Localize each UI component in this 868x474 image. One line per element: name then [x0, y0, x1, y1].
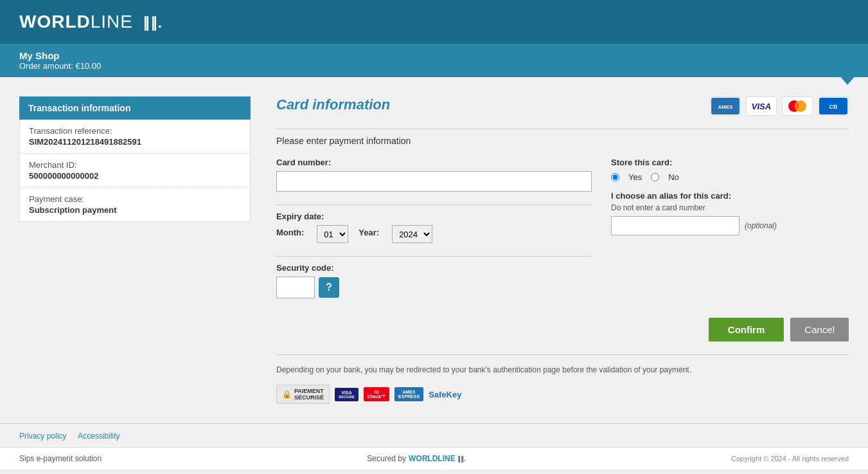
security-code-input[interactable] [276, 277, 315, 298]
alias-hint: Do not enter a card number [611, 203, 849, 212]
card-number-label: Card number: [276, 158, 592, 167]
payment-case-item: Payment case: Subscription payment [20, 188, 250, 221]
security-code-group: Security code: ? [276, 263, 592, 298]
svg-text:CB: CB [829, 104, 838, 110]
month-select[interactable]: 010203040506070809101112 [317, 225, 348, 243]
expiry-row: Month: 010203040506070809101112 Year: 20… [276, 225, 592, 243]
store-card-label: Store this card: [611, 158, 849, 167]
sips-label: Sips e-payment solution [19, 454, 102, 463]
transaction-title: Transaction information [19, 96, 251, 120]
card-info-header: Card information AMEX VISA [276, 96, 849, 116]
privacy-policy-link[interactable]: Privacy policy [19, 432, 66, 441]
mastercard-logo [782, 96, 813, 116]
svg-text:VISA: VISA [752, 102, 771, 111]
merchant-id-item: Merchant ID: 500000000000002 [20, 154, 250, 188]
order-label: Order amount: [19, 61, 73, 71]
transaction-info-box: Transaction reference: SIM20241120121849… [19, 120, 251, 222]
security-label: Security code: [276, 263, 592, 273]
mid-divider [276, 205, 592, 205]
card-panel: Card information AMEX VISA [276, 96, 849, 417]
form-row: Card number: Expiry date: Month: 0102030… [276, 158, 849, 298]
visa-secure-badge: VISA SECURE [335, 388, 359, 401]
transaction-panel: Transaction information Transaction refe… [19, 96, 251, 417]
logo-world: WORLD [19, 12, 91, 32]
alias-row: (optional) [611, 216, 849, 235]
chevron-icon [840, 76, 855, 85]
footer-worldline-logo: WORLDLINE ∥∥. [409, 454, 466, 463]
year-label: Year: [359, 228, 379, 237]
merchant-value: 500000000000002 [29, 171, 241, 181]
main-content: Transaction information Transaction refe… [0, 77, 868, 423]
copyright-text: Copyright © 2024 - All rights reserved [731, 455, 849, 462]
order-amount: Order amount: €10.00 [19, 61, 849, 71]
bottom-notice: Depending on your bank, you may be redir… [276, 364, 849, 376]
please-enter-text: Please enter payment information [276, 136, 849, 146]
store-card-yes-radio[interactable] [611, 173, 619, 181]
transaction-reference-item: Transaction reference: SIM20241120121849… [20, 120, 250, 154]
alias-input[interactable] [611, 216, 740, 235]
store-card-no-radio[interactable] [651, 173, 659, 181]
confirm-button[interactable]: Confirm [709, 318, 784, 342]
cb-logo: CB [818, 96, 849, 116]
order-value: €10.00 [75, 61, 101, 71]
card-number-input[interactable] [276, 171, 592, 192]
secured-by: Secured by WORLDLINE ∥∥. [367, 454, 465, 463]
alias-label: I choose an alias for this card: [611, 191, 849, 201]
year-select[interactable]: 2024202520262027202820292030203120322033 [392, 225, 432, 243]
security-input-row: ? [276, 277, 592, 298]
paiement-label: PAIEMENTSÉCURISÉ [294, 388, 324, 401]
svg-text:AMEX: AMEX [718, 104, 733, 110]
card-logos: AMEX VISA [710, 96, 849, 116]
lock-icon: 🔒 [282, 390, 292, 399]
footer-bottom: Sips e-payment solution Secured by WORLD… [0, 447, 868, 469]
alias-optional-label: (optional) [745, 221, 777, 230]
expiry-group: Expiry date: Month: 01020304050607080910… [276, 212, 592, 243]
security-badges: 🔒 PAIEMENTSÉCURISÉ VISA SECURE ID Check™… [276, 385, 849, 404]
reference-value: SIM202411201218491882591 [29, 137, 241, 147]
reference-label: Transaction reference: [29, 126, 241, 136]
logo-line: LINE [91, 12, 133, 32]
security-help-button[interactable]: ? [319, 277, 339, 298]
expiry-label: Expiry date: [276, 212, 592, 221]
form-right: Store this card: Yes No I choose an alia… [611, 158, 849, 298]
visa-logo: VISA [746, 96, 777, 116]
store-card-radio-row: Yes No [611, 172, 849, 182]
safekey-badge: SafeKey [429, 390, 461, 399]
merchant-label: Merchant ID: [29, 160, 241, 170]
shop-name: My Shop [19, 50, 849, 61]
amex-safekey-badge-img: AMEX EXPRESS [394, 387, 423, 401]
cb-icon: CB [819, 98, 847, 114]
payment-label: Payment case: [29, 194, 241, 204]
card-info-title: Card information [276, 96, 390, 113]
bottom-divider [276, 354, 849, 355]
top-divider [276, 129, 849, 129]
amex-logo: AMEX [710, 96, 741, 116]
sub-header: My Shop Order amount: €10.00 [0, 44, 868, 77]
form-left: Card number: Expiry date: Month: 0102030… [276, 158, 592, 298]
site-header: WORLDLINE ∥∥. [0, 0, 868, 44]
accessibility-link[interactable]: Accessibility [78, 432, 120, 441]
radio-yes-label: Yes [628, 172, 642, 182]
card-number-group: Card number: [276, 158, 592, 192]
logo-symbol: ∥∥. [143, 15, 163, 32]
month-label: Month: [276, 228, 304, 237]
paiement-securise-badge: 🔒 PAIEMENTSÉCURISÉ [276, 385, 330, 404]
mastercard-secure-badge: ID Check™ [364, 387, 389, 401]
secured-by-text: Secured by [367, 454, 406, 463]
mastercard-icon [783, 98, 811, 114]
security-divider [276, 256, 592, 257]
cancel-button[interactable]: Cancel [790, 318, 849, 342]
amex-icon: AMEX [711, 98, 740, 114]
radio-no-label: No [668, 172, 679, 182]
button-row: Confirm Cancel [276, 318, 849, 342]
payment-value: Subscription payment [29, 205, 241, 215]
worldline-logo: WORLDLINE ∥∥. [19, 12, 163, 32]
footer-links: Privacy policy Accessibility [0, 423, 868, 447]
visa-icon: VISA [747, 98, 775, 114]
